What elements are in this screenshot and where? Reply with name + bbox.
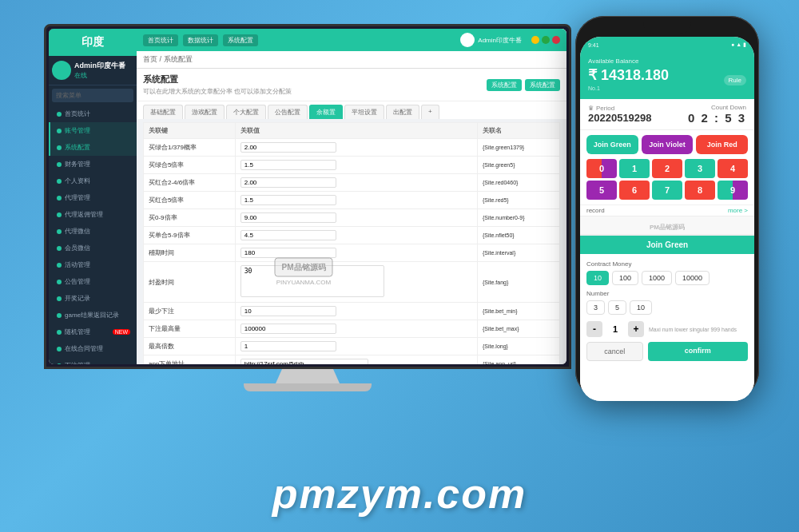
- field-input[interactable]: [240, 324, 336, 334]
- sidebar-item-agent-rebate[interactable]: 代理返佣管理: [49, 206, 137, 223]
- action-btn-2[interactable]: 系统配置: [525, 79, 560, 91]
- tab-personal[interactable]: 个大配置: [226, 105, 266, 119]
- number-cell-4[interactable]: 4: [718, 159, 748, 178]
- number-cell-9[interactable]: 9: [718, 181, 748, 200]
- page-header: 系统配置 可以在此增大系统的文章配分率 也可以添加文分配策 系统配置 系统配置: [137, 69, 566, 101]
- field-input[interactable]: [240, 177, 336, 188]
- table-row: app下单地址 {Site.app_url}: [144, 355, 560, 365]
- number-cell-0[interactable]: 0: [586, 159, 617, 178]
- field-input[interactable]: [240, 142, 336, 153]
- sidebar-item-home[interactable]: 首页统计: [49, 105, 137, 122]
- field-input[interactable]: [240, 160, 336, 170]
- main-content: 首页统计 数据统计 系统配置 Admin印度牛番: [137, 29, 566, 364]
- sidebar-item-finance[interactable]: 财务管理: [49, 156, 137, 173]
- number-cell-5[interactable]: 5: [586, 181, 617, 200]
- num-opt-3[interactable]: 3: [586, 300, 605, 315]
- tab-output[interactable]: 出配置: [386, 105, 419, 119]
- join-violet-button[interactable]: Join Violet: [642, 135, 694, 154]
- page-desc: 可以在此增大系统的文章配分率 也可以添加文分配策: [143, 87, 292, 96]
- table-row: 下注最高量 {Site.bet_max}: [144, 320, 560, 338]
- field-input[interactable]: [240, 195, 336, 205]
- countdown-time: 0 2 : 5 3: [688, 111, 746, 125]
- table-row: 买红合2-4/6倍率 {Site.red0460}: [144, 174, 560, 192]
- col-header-value: 关联值: [235, 123, 477, 139]
- field-textarea[interactable]: 30: [240, 265, 384, 297]
- table-row: 最少下注 {Site.bet_min}: [144, 303, 560, 320]
- tab-flat[interactable]: 平坦设置: [344, 105, 384, 119]
- win-maximize[interactable]: [542, 36, 550, 44]
- period-section: ♛ Period 20220519298 Count Down 0 2 : 5 …: [580, 99, 754, 130]
- config-table: 关联键 关联值 关联名 买绿合1/379概率 {Site.green1379}: [143, 122, 560, 364]
- balance-label: Available Balance: [588, 58, 746, 65]
- field-input[interactable]: [240, 248, 336, 258]
- table-row: 封盈时间 30 {Site.fang}: [144, 262, 560, 303]
- num-opt-5[interactable]: 5: [608, 300, 626, 315]
- quantity-row: - 1 + Maxi num lower singular 999 hands: [586, 321, 748, 337]
- sidebar-item-bet[interactable]: 下注管理: [49, 357, 137, 364]
- qty-value: 1: [607, 324, 623, 334]
- num-opt-10[interactable]: 10: [630, 300, 652, 315]
- top-bar-btn-data[interactable]: 数据统计: [183, 34, 218, 46]
- sidebar-item-game-record[interactable]: game结果返回记录: [49, 307, 137, 324]
- sidebar-item-member-wechat[interactable]: 会员微信: [49, 240, 137, 256]
- field-input[interactable]: [240, 341, 336, 351]
- money-opt-10[interactable]: 10: [586, 271, 609, 285]
- action-btn-1[interactable]: 系统配置: [487, 79, 522, 91]
- sidebar-item-contract[interactable]: 在线合同管理: [49, 340, 137, 357]
- money-options: 10 100 1000 10000: [586, 271, 748, 285]
- sidebar-search[interactable]: 搜索菜单: [52, 89, 133, 102]
- number-cell-7[interactable]: 7: [652, 181, 682, 200]
- more-link[interactable]: more >: [728, 207, 748, 214]
- number-options: 3 5 10: [586, 300, 748, 315]
- confirm-button[interactable]: confirm: [648, 342, 748, 361]
- sidebar-logo: 印度: [49, 29, 137, 56]
- sidebar-item-account[interactable]: 账号管理: [49, 122, 137, 139]
- top-bar-btn-home[interactable]: 首页统计: [143, 34, 178, 46]
- tab-notice[interactable]: 公告配置: [268, 105, 308, 119]
- money-opt-10000[interactable]: 10000: [675, 271, 710, 285]
- number-cell-6[interactable]: 6: [619, 181, 650, 200]
- cancel-button[interactable]: cancel: [586, 342, 643, 361]
- page-title: 系统配置: [143, 73, 292, 85]
- sidebar-item-activity[interactable]: 活动管理: [49, 256, 137, 273]
- money-opt-100[interactable]: 100: [612, 271, 638, 285]
- sidebar-item-agent-wechat[interactable]: 代理微信: [49, 223, 137, 240]
- tab-balance[interactable]: 余额置: [309, 105, 343, 119]
- qty-minus-button[interactable]: -: [586, 321, 602, 337]
- field-input[interactable]: [240, 212, 336, 223]
- tabs: 基础配置 游戏配置 个大配置 公告配置 余额置 平坦设置 出配置 +: [137, 101, 566, 119]
- sidebar-item-random[interactable]: 随机管理NEW: [49, 324, 137, 340]
- number-cell-1[interactable]: 1: [619, 159, 650, 178]
- tab-basic[interactable]: 基础配置: [143, 105, 183, 119]
- field-input[interactable]: [240, 230, 336, 240]
- tab-game[interactable]: 游戏配置: [185, 105, 225, 119]
- table-row: 最高倍数 {Site.long}: [144, 338, 560, 355]
- number-cell-8[interactable]: 8: [685, 181, 715, 200]
- sidebar-item-profile[interactable]: 个人资料: [49, 173, 137, 189]
- sidebar-avatar: [52, 61, 71, 80]
- field-input[interactable]: [240, 359, 368, 364]
- rule-button[interactable]: Rule: [724, 75, 746, 85]
- monitor-base: [244, 383, 372, 391]
- top-bar-btn-config[interactable]: 系统配置: [223, 34, 258, 46]
- sidebar-item-config[interactable]: 系统配置: [49, 139, 137, 156]
- qty-plus-button[interactable]: +: [628, 321, 644, 337]
- field-input[interactable]: [240, 306, 336, 316]
- join-green-button[interactable]: Join Green: [586, 135, 638, 154]
- tab-add[interactable]: +: [421, 105, 439, 119]
- contract-label: Contract Money: [586, 260, 748, 268]
- sidebar-item-notice[interactable]: 公告管理: [49, 273, 137, 290]
- table-row: 买0-9倍率 {Site.number0-9}: [144, 209, 560, 227]
- sidebar-item-lottery[interactable]: 开奖记录: [49, 290, 137, 307]
- phone-header: Available Balance ₹ 14318.180 No.1 Rule: [580, 53, 754, 99]
- monitor-stand: [276, 369, 340, 383]
- win-close[interactable]: [552, 36, 560, 44]
- join-red-button[interactable]: Join Red: [696, 135, 748, 154]
- win-minimize[interactable]: [531, 36, 539, 44]
- record-label: record: [586, 207, 605, 214]
- number-cell-2[interactable]: 2: [652, 159, 682, 178]
- money-opt-1000[interactable]: 1000: [642, 271, 672, 285]
- number-cell-3[interactable]: 3: [685, 159, 715, 178]
- sidebar-item-agent[interactable]: 代理管理: [49, 189, 137, 206]
- col-header-name: 关联名: [478, 123, 560, 139]
